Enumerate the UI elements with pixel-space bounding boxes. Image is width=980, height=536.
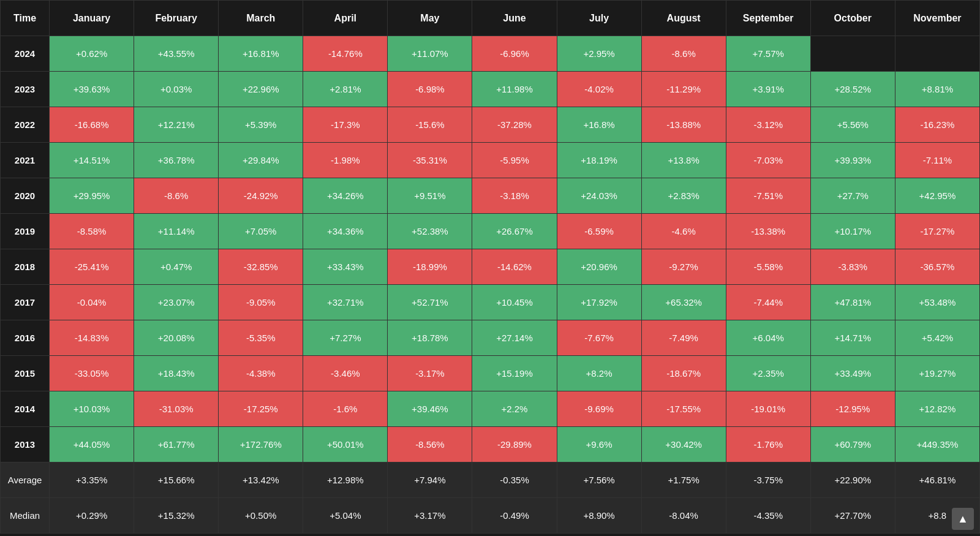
- table-row: 2023+39.63%+0.03%+22.96%+2.81%-6.98%+11.…: [1, 72, 980, 107]
- cell-value: +34.26%: [303, 178, 388, 214]
- cell-value: +42.95%: [895, 178, 979, 214]
- average-cell: -0.35%: [472, 462, 557, 498]
- cell-value: +172.76%: [219, 427, 303, 462]
- cell-value: -11.29%: [641, 72, 726, 107]
- year-label: 2014: [1, 391, 50, 427]
- average-cell: +46.81%: [895, 462, 979, 498]
- cell-value: -14.83%: [50, 320, 134, 356]
- cell-value: +34.36%: [303, 214, 388, 249]
- average-cell: +15.66%: [134, 462, 219, 498]
- cell-value: [895, 36, 979, 72]
- cell-value: -6.96%: [472, 36, 557, 72]
- cell-value: +16.8%: [557, 107, 641, 143]
- cell-value: +12.82%: [895, 391, 979, 427]
- cell-value: -17.55%: [641, 391, 726, 427]
- cell-value: +28.52%: [810, 72, 895, 107]
- header-august: August: [641, 1, 726, 36]
- median-cell: +8.90%: [557, 498, 641, 534]
- cell-value: -36.57%: [895, 249, 979, 285]
- cell-value: +65.32%: [641, 285, 726, 320]
- cell-value: -0.04%: [50, 285, 134, 320]
- year-label: 2021: [1, 143, 50, 178]
- median-cell: +3.17%: [388, 498, 472, 534]
- cell-value: -5.95%: [472, 143, 557, 178]
- year-label: 2019: [1, 214, 50, 249]
- cell-value: -8.56%: [388, 427, 472, 462]
- cell-value: +36.78%: [134, 143, 219, 178]
- cell-value: -19.01%: [726, 391, 810, 427]
- cell-value: +2.83%: [641, 178, 726, 214]
- median-cell: -4.35%: [726, 498, 810, 534]
- year-label: 2018: [1, 249, 50, 285]
- cell-value: -5.58%: [726, 249, 810, 285]
- table-row: 2022-16.68%+12.21%+5.39%-17.3%-15.6%-37.…: [1, 107, 980, 143]
- cell-value: -25.41%: [50, 249, 134, 285]
- cell-value: -7.67%: [557, 320, 641, 356]
- cell-value: -18.67%: [641, 356, 726, 391]
- average-cell: +7.94%: [388, 462, 472, 498]
- cell-value: +33.43%: [303, 249, 388, 285]
- cell-value: -4.6%: [641, 214, 726, 249]
- cell-value: +9.51%: [388, 178, 472, 214]
- average-cell: -3.75%: [726, 462, 810, 498]
- cell-value: +11.98%: [472, 72, 557, 107]
- header-june: June: [472, 1, 557, 36]
- median-row: Median+0.29%+15.32%+0.50%+5.04%+3.17%-0.…: [1, 498, 980, 534]
- cell-value: +8.2%: [557, 356, 641, 391]
- cell-value: +19.27%: [895, 356, 979, 391]
- cell-value: +52.38%: [388, 214, 472, 249]
- cell-value: -14.76%: [303, 36, 388, 72]
- cell-value: +2.95%: [557, 36, 641, 72]
- table-row: 2016-14.83%+20.08%-5.35%+7.27%+18.78%+27…: [1, 320, 980, 356]
- average-label: Average: [1, 462, 50, 498]
- cell-value: -16.23%: [895, 107, 979, 143]
- header-march: March: [219, 1, 303, 36]
- table-row: 2015-33.05%+18.43%-4.38%-3.46%-3.17%+15.…: [1, 356, 980, 391]
- median-cell: +27.70%: [810, 498, 895, 534]
- cell-value: +7.05%: [219, 214, 303, 249]
- cell-value: -3.12%: [726, 107, 810, 143]
- cell-value: +27.14%: [472, 320, 557, 356]
- cell-value: -24.92%: [219, 178, 303, 214]
- cell-value: +26.67%: [472, 214, 557, 249]
- year-label: 2016: [1, 320, 50, 356]
- cell-value: -35.31%: [388, 143, 472, 178]
- cell-value: +5.39%: [219, 107, 303, 143]
- cell-value: -3.18%: [472, 178, 557, 214]
- year-label: 2023: [1, 72, 50, 107]
- cell-value: -17.27%: [895, 214, 979, 249]
- cell-value: +32.71%: [303, 285, 388, 320]
- year-label: 2022: [1, 107, 50, 143]
- cell-value: +17.92%: [557, 285, 641, 320]
- cell-value: +14.71%: [810, 320, 895, 356]
- cell-value: [810, 36, 895, 72]
- cell-value: +3.91%: [726, 72, 810, 107]
- header-july: July: [557, 1, 641, 36]
- cell-value: -18.99%: [388, 249, 472, 285]
- cell-value: +6.04%: [726, 320, 810, 356]
- cell-value: +16.81%: [219, 36, 303, 72]
- cell-value: +2.2%: [472, 391, 557, 427]
- scroll-up-button[interactable]: ▲: [952, 508, 974, 530]
- cell-value: +11.14%: [134, 214, 219, 249]
- average-cell: +13.42%: [219, 462, 303, 498]
- table-row: 2017-0.04%+23.07%-9.05%+32.71%+52.71%+10…: [1, 285, 980, 320]
- median-label: Median: [1, 498, 50, 534]
- cell-value: +30.42%: [641, 427, 726, 462]
- cell-value: +44.05%: [50, 427, 134, 462]
- main-container: Time January February March April May Ju…: [0, 0, 980, 536]
- cell-value: +8.81%: [895, 72, 979, 107]
- header-september: September: [726, 1, 810, 36]
- cell-value: +39.46%: [388, 391, 472, 427]
- cell-value: -4.02%: [557, 72, 641, 107]
- median-cell: +0.29%: [50, 498, 134, 534]
- average-cell: +3.35%: [50, 462, 134, 498]
- cell-value: +18.78%: [388, 320, 472, 356]
- year-label: 2015: [1, 356, 50, 391]
- cell-value: +12.21%: [134, 107, 219, 143]
- cell-value: +7.27%: [303, 320, 388, 356]
- average-cell: +1.75%: [641, 462, 726, 498]
- year-label: 2017: [1, 285, 50, 320]
- cell-value: +39.63%: [50, 72, 134, 107]
- cell-value: -5.35%: [219, 320, 303, 356]
